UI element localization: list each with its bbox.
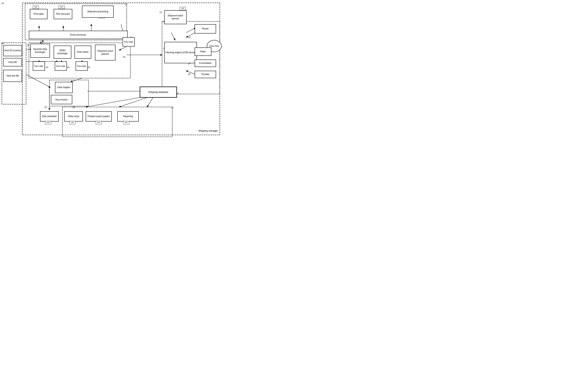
prorater-box: Prorater <box>195 71 216 78</box>
number-16a: 16 <box>46 66 48 68</box>
arrows-svg <box>0 0 224 145</box>
dynamic-data-exchanger-box: Dynamic data exchanger <box>30 44 50 58</box>
number-19: 19 <box>44 106 46 108</box>
uif-order: UIF <box>69 121 75 124</box>
svg-line-41 <box>186 71 196 74</box>
svg-line-35 <box>186 33 196 37</box>
prepare-export-box: Prepare export papers <box>86 111 112 121</box>
reporting-box: Reporting <box>117 111 139 121</box>
pick-pack-box: Pick and pack <box>54 9 72 19</box>
svg-line-36 <box>186 28 196 33</box>
planning-engine-box: Planning engine (COM server) <box>164 42 197 63</box>
number-21: 21 <box>171 106 174 109</box>
print-label-box: Print label <box>30 9 47 19</box>
shipping-database-box: Shipping database <box>140 86 177 98</box>
svg-line-25 <box>71 78 82 82</box>
number-15: 15 <box>27 44 29 46</box>
shipment-batch-planner-box: Shipment batch planner <box>164 10 187 24</box>
uif-task: UIF <box>45 121 51 124</box>
number-13: 13 <box>159 11 162 13</box>
uif-batch: UIF <box>180 7 186 10</box>
uif-export: UIF <box>96 121 102 124</box>
shipping-manager-label: Shipping manager <box>198 129 218 132</box>
shipment-event-planner-box: Shipment event planner <box>95 45 115 60</box>
odbc-exchanger-box: ODBC exchanger <box>54 46 71 59</box>
rule-maker-box: Rule maker <box>75 46 91 59</box>
host-text-file-box: Host text file <box>3 70 22 82</box>
data-mapper-box: Data mapper <box>55 82 73 93</box>
uif-print: UIF <box>33 6 39 9</box>
number-16c: 16 <box>87 66 90 68</box>
map-templates-box: Map templates <box>51 95 72 104</box>
svg-line-42 <box>171 33 175 40</box>
number-18: 18 <box>1 42 4 44</box>
number-16b: 16 <box>67 66 69 68</box>
uif-reporting: UIF <box>123 121 129 124</box>
number-20: 20 <box>73 106 75 108</box>
event-processor-box: Event processor <box>29 31 127 39</box>
shipment-processing-box: Shipment processing <box>82 6 114 18</box>
consolidator-box: Consolidator <box>195 60 216 67</box>
host-io-screens-box: Host I/O screens <box>3 45 22 56</box>
parm-table-dynamic: Parm table <box>33 61 45 71</box>
rater-box: Rater <box>195 47 211 56</box>
number-26: 26 <box>188 73 190 75</box>
number-10: 10 <box>1 2 4 4</box>
parm-table-16d: Parm table <box>123 37 135 46</box>
parm-table-odbc: Parm table <box>55 61 67 71</box>
number-14: 14 <box>123 56 125 58</box>
svg-line-18 <box>26 74 50 87</box>
host-db-box: Host DB <box>3 58 22 66</box>
router-box: Router <box>195 24 216 34</box>
uif-pick: UIF <box>59 6 65 9</box>
number-17: 17 <box>125 3 127 6</box>
number-23: 23 <box>188 36 190 39</box>
task-scheduler-box: Task scheduler <box>40 111 59 121</box>
order-entry-box: Order entry <box>64 111 83 121</box>
parm-table-rulemaker: Parm table <box>76 61 88 71</box>
svg-line-34 <box>119 46 127 50</box>
diagram: 10 11 12 13 14 15 16 16 16 16 17 18 19 2… <box>0 0 224 145</box>
